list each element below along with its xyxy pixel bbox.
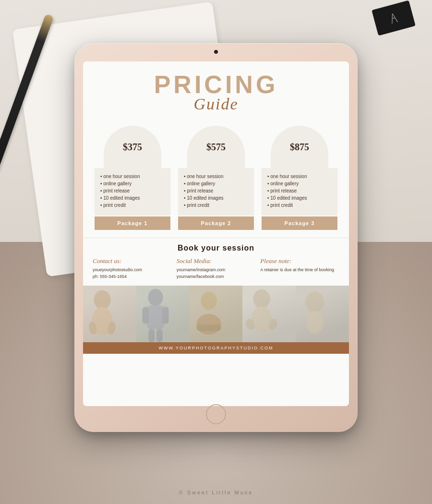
tablet-camera — [214, 50, 218, 54]
social-col: Social Media: yourname/instagram.com you… — [177, 257, 256, 280]
please-note-text: A retainer is due at the time of booking — [260, 267, 339, 274]
feature-3-0: one hour session — [267, 173, 332, 180]
pricing-title: PRICING — [93, 72, 339, 97]
package-card-1: $375 one hour session online gallery pri… — [95, 126, 170, 230]
feature-2-4: print credit — [184, 202, 248, 209]
svg-rect-15 — [196, 324, 221, 331]
screen-content: PRICING Guide $375 one hour session onli… — [83, 61, 349, 406]
guide-title: Guide — [93, 95, 339, 113]
contact-details: youeyourphotostudio.com ph: 555-345-1654 — [93, 267, 172, 280]
child-silhouette-icon — [136, 286, 175, 342]
package-2-button[interactable]: Package 2 — [178, 216, 254, 230]
feature-1-3: 10 edited images — [100, 194, 165, 202]
baby-sitting-silhouette-icon — [242, 286, 281, 342]
social-line2: yourname/facebook.com — [177, 274, 224, 279]
photo-4 — [242, 286, 296, 342]
book-session-heading: Book your session — [93, 244, 339, 252]
photo-2 — [136, 286, 190, 342]
svg-point-20 — [306, 292, 324, 312]
feature-1-2: print release — [100, 187, 165, 194]
packages-section: $375 one hour session online gallery pri… — [83, 118, 349, 238]
footer-url: WWW.YOURPHOTOGRAPHYSTUDIO.COM — [159, 346, 274, 350]
svg-point-14 — [196, 314, 221, 335]
social-line1: yourname/instagram.com — [177, 267, 226, 272]
social-heading: Social Media: — [177, 257, 256, 265]
contact-col: Contact us: youeyourphotostudio.com ph: … — [93, 257, 172, 280]
svg-rect-10 — [162, 307, 169, 324]
photo-3 — [190, 286, 243, 342]
newborn-silhouette-icon — [296, 286, 334, 342]
feature-3-1: online gallery — [267, 180, 332, 187]
feature-list-2: one hour session online gallery print re… — [184, 173, 248, 209]
svg-point-21 — [306, 311, 323, 334]
title-section: PRICING Guide — [83, 61, 349, 118]
feature-2-1: online gallery — [184, 180, 248, 187]
feature-3-2: print release — [267, 187, 332, 194]
svg-rect-11 — [148, 329, 155, 342]
svg-point-17 — [252, 306, 272, 333]
watermark: © Sweet Little Muse — [179, 490, 253, 495]
arch-price-1: $375 — [104, 126, 161, 168]
contact-line2: ph: 555-345-1654 — [93, 274, 127, 279]
book-session-section: Book your session — [83, 238, 349, 254]
svg-rect-12 — [156, 329, 163, 342]
tablet-home-button[interactable] — [206, 404, 226, 424]
price-3: $875 — [290, 142, 309, 153]
feature-1-4: print credit — [100, 202, 165, 209]
contact-line1: youeyourphotostudio.com — [93, 267, 142, 272]
arch-price-2: $575 — [187, 126, 245, 168]
feature-list-1: one hour session online gallery print re… — [100, 173, 165, 209]
tablet-screen: PRICING Guide $375 one hour session onli… — [83, 61, 349, 406]
svg-point-7 — [148, 289, 163, 306]
feature-2-2: print release — [184, 187, 248, 194]
svg-line-2 — [392, 18, 395, 19]
svg-point-16 — [253, 289, 270, 308]
package-card-3: $875 one hour session online gallery pri… — [262, 126, 337, 230]
feature-2-0: one hour session — [184, 173, 248, 180]
feature-list-3: one hour session online gallery print re… — [267, 173, 332, 209]
package-1-button[interactable]: Package 1 — [95, 216, 170, 230]
svg-point-13 — [201, 292, 216, 310]
please-note-col: Please note: A retainer is due at the ti… — [260, 257, 339, 280]
baby-basket-silhouette-icon — [190, 286, 228, 342]
svg-point-3 — [94, 290, 110, 309]
price-2: $575 — [206, 142, 226, 153]
contact-section: Contact us: youeyourphotostudio.com ph: … — [83, 254, 349, 284]
price-1: $375 — [123, 142, 142, 153]
business-card-logo-icon — [383, 9, 405, 27]
tablet-device: PRICING Guide $375 one hour session onli… — [74, 43, 358, 432]
feature-2-3: 10 edited images — [184, 194, 248, 202]
arch-price-3: $875 — [271, 126, 328, 168]
social-details: yourname/instagram.com yourname/facebook… — [177, 267, 256, 280]
photo-5 — [296, 286, 349, 342]
photo-1 — [83, 286, 136, 342]
package-3-button[interactable]: Package 3 — [262, 216, 337, 230]
package-card-2: $575 one hour session online gallery pri… — [178, 126, 254, 230]
svg-rect-9 — [142, 307, 149, 324]
baby-silhouette-1-icon — [83, 286, 121, 342]
feature-3-3: 10 edited images — [267, 194, 332, 202]
feature-box-3: one hour session online gallery print re… — [262, 168, 337, 216]
svg-rect-8 — [147, 305, 164, 329]
feature-box-2: one hour session online gallery print re… — [178, 168, 254, 216]
please-note-heading: Please note: — [260, 257, 339, 265]
feature-1-1: online gallery — [100, 180, 165, 187]
feature-box-1: one hour session online gallery print re… — [95, 168, 170, 216]
contact-heading: Contact us: — [93, 257, 172, 265]
feature-1-0: one hour session — [100, 173, 165, 180]
photo-strip — [83, 286, 349, 342]
feature-3-4: print credit — [267, 202, 332, 209]
footer-strip: WWW.YOURPHOTOGRAPHYSTUDIO.COM — [83, 342, 349, 354]
